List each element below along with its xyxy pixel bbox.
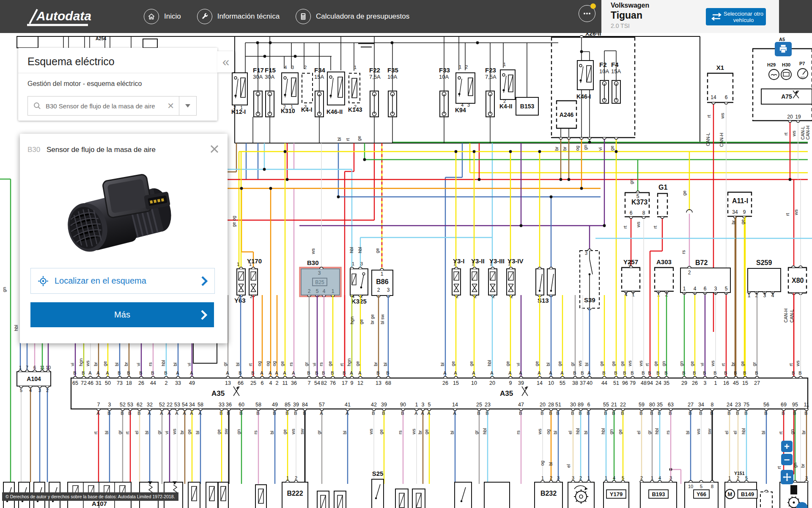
locate-in-schema-link[interactable]: Localizar en el esquema [30,268,215,294]
box-A5[interactable] [753,49,812,121]
pin-bump [165,376,168,378]
diagram-text: og [546,429,551,434]
diagram-text: 36 [226,402,232,408]
zoom-in-button[interactable]: + [781,441,793,452]
junction-dot [560,178,562,181]
diagram-text: ws [411,428,416,435]
diagram-text: ge [469,361,474,366]
diagram-text: rs [288,362,294,366]
diagram-text: A [320,411,323,416]
component-box [791,486,797,494]
box-anon[interactable] [193,342,217,363]
diagram-text: 45 [733,380,739,386]
select-vehicle-button[interactable]: Seleccionar otro vehículo [706,8,766,25]
component-title: Sensor de flujo de la masa de aire [47,146,156,154]
pin-bump [604,480,608,482]
diagram-text: 53 [127,402,133,408]
bus-label: A35 [500,389,513,398]
component-S259[interactable] [748,268,781,292]
diagram-text: 59 [639,402,645,408]
diagram-text: A [358,370,362,375]
diagram-text: 4 [284,65,287,70]
nav-calculadora[interactable]: Calculadora de presupuestos [296,9,409,24]
diagram-text: 56 [763,402,769,408]
diagram-text: 26 [692,380,698,386]
diagram-text: rs [253,430,258,434]
nav-informacion-tecnica[interactable]: Información técnica [197,9,280,24]
print-button[interactable] [775,42,792,56]
diagram-text: 44 [150,380,156,386]
diagram-text: A [260,370,263,375]
diagram-text: bl [383,362,388,366]
diagram-text: 4 [613,475,615,480]
diagram-text: 69 [781,402,787,408]
pin-bump [97,376,100,378]
diagram-text: 4 [352,294,354,299]
diagram-text: el [724,431,729,434]
diagram-text: 82 [321,380,327,386]
diagram-text: 66 [238,380,244,386]
component-box[interactable] [760,492,772,508]
pin-bump [377,376,380,378]
box-anon[interactable] [17,36,38,48]
pin-bump [320,267,323,269]
diagram-text: F35 [387,66,398,74]
nav-inicio[interactable]: Inicio [144,9,181,24]
diagram-text: 3 [628,262,631,267]
diagram-text: ge [689,361,694,366]
pin-bump [239,376,242,378]
search-dropdown-button[interactable] [179,96,197,116]
diagram-text: br [179,430,184,434]
zoom-fit-button[interactable] [781,470,793,484]
diagram-text: ge [682,190,687,196]
component-box[interactable] [484,482,510,508]
autodata-app: F1730AF1530AF3415AF227,5AF3510AF3310AF23… [0,0,812,508]
box-anon[interactable] [143,39,157,48]
pin-bump [580,36,583,37]
diagram-text: 58 [255,402,261,408]
close-icon[interactable] [209,144,219,154]
component-Y257[interactable] [622,268,640,291]
divider [18,73,217,73]
component-search-input[interactable]: B30 Sensor de flujo de la masa de aire ✕ [27,96,179,116]
diagram-text: A [96,370,100,375]
diagram-text: B [648,370,651,375]
diagram-text: br [731,220,736,224]
collapse-panel-button[interactable]: « [217,51,234,72]
component-A303[interactable] [655,268,673,291]
relay-K4-I[interactable] [302,73,313,103]
diagram-text: B [693,370,696,375]
pin-bump [41,370,44,372]
pin-bump [82,376,85,378]
diagram-text: 25 [476,402,482,408]
more-button[interactable]: Más [30,302,214,327]
pin-bump [631,376,634,378]
diagram-text: 39 [518,380,524,386]
diagram-text: B [127,370,130,375]
clear-search-icon[interactable]: ✕ [167,101,174,111]
pin-bump [315,376,319,378]
diagram-text: hbl [482,428,487,434]
printer-icon [779,45,788,53]
junction-dot [478,178,481,181]
copyright-bar: © Derechos de autor y derechos sobre la … [2,492,178,501]
diagram-text: 80 [649,402,655,408]
diagram-text: 26 [138,380,144,386]
zoom-out-button[interactable]: − [781,454,793,465]
diagram-text: 1 [354,65,357,70]
diagram-text: 15 [453,380,459,386]
diagram-text: 39 [381,402,387,408]
diagram-text: ws [636,221,641,228]
diagram-text: rt [776,466,782,469]
diagram-text: A [549,370,552,375]
autodata-logo[interactable]: Autodata [20,5,101,28]
diagram-text: B [486,411,488,416]
component-G1[interactable] [658,193,667,217]
diagram-text: ge [611,361,616,366]
pin-bump [710,480,714,482]
diagram-text: B [664,370,667,375]
diagram-text: B [139,370,142,375]
diagram-text: 3 [557,475,560,480]
diagram-text: 96 [622,380,628,386]
diagram-text: 10 [548,380,554,386]
